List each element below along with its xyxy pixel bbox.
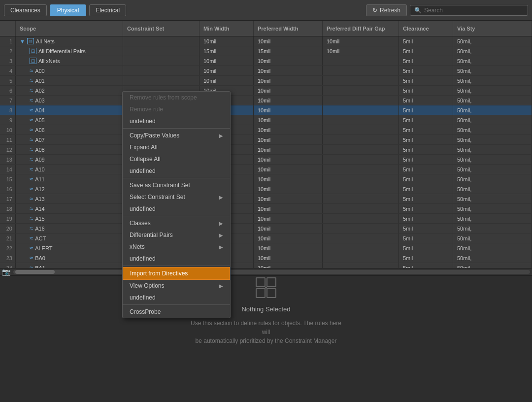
context-menu-item[interactable]: Classes ▶ <box>123 217 230 229</box>
table-row[interactable]: 20 ≈ A16 10mil 10mil 5mil 50mil, <box>0 224 532 234</box>
context-menu-item[interactable]: Expand All <box>123 141 230 153</box>
scope-cell[interactable]: ≈ A01 <box>16 76 123 85</box>
prefdiffpair-cell[interactable] <box>323 155 399 164</box>
clearance-cell[interactable]: 5mil <box>399 86 453 95</box>
scope-cell[interactable]: ≈ A04 <box>16 105 123 115</box>
tab-physical[interactable]: Physical <box>50 4 87 16</box>
prefdiffpair-cell[interactable] <box>323 86 399 95</box>
prefwidth-cell[interactable]: 10mil <box>254 125 323 134</box>
constraint-cell[interactable] <box>123 76 200 85</box>
prefdiffpair-cell[interactable] <box>323 135 399 144</box>
refresh-button[interactable]: ↻ Refresh <box>366 4 407 16</box>
prefwidth-cell[interactable]: 10mil <box>254 115 323 125</box>
prefwidth-cell[interactable]: 10mil <box>254 145 323 154</box>
table-row[interactable]: 23 ≈ BA0 10mil 10mil 5mil 50mil, <box>0 253 532 263</box>
prefdiffpair-cell[interactable] <box>323 234 399 243</box>
constraint-cell[interactable] <box>123 56 200 66</box>
via-cell[interactable]: 50mil, <box>453 184 532 194</box>
prefdiffpair-cell[interactable] <box>323 66 399 75</box>
prefwidth-cell[interactable]: 10mil <box>254 135 323 144</box>
via-cell[interactable]: 50mil, <box>453 115 532 125</box>
scope-cell[interactable]: ≈ A05 <box>16 115 123 125</box>
clearance-cell[interactable]: 5mil <box>399 174 453 184</box>
table-row[interactable]: 8 ≈ A04 10mil 10mil 5mil 50mil, <box>0 105 532 115</box>
prefdiffpair-cell[interactable] <box>323 165 399 174</box>
prefwidth-cell[interactable]: 10mil <box>254 76 323 85</box>
prefdiffpair-cell[interactable] <box>323 174 399 184</box>
via-cell[interactable]: 50mil, <box>453 46 532 56</box>
scope-cell[interactable]: ≈ A10 <box>16 165 123 174</box>
clearance-cell[interactable]: 5mil <box>399 145 453 154</box>
prefwidth-cell[interactable]: 10mil <box>254 165 323 174</box>
prefdiffpair-cell[interactable]: 10mil <box>323 36 399 46</box>
table-row[interactable]: 22 ≈ ALERT 10mil 10mil 5mil 50mil, <box>0 243 532 253</box>
table-row[interactable]: 17 ≈ A13 10mil 10mil 5mil 50mil, <box>0 194 532 204</box>
prefdiffpair-cell[interactable] <box>323 184 399 194</box>
clearance-cell[interactable]: 5mil <box>399 155 453 164</box>
scroll-thumb[interactable] <box>15 270 55 274</box>
table-row[interactable]: 16 ≈ A12 10mil 10mil 5mil 50mil, <box>0 184 532 194</box>
context-menu-item[interactable]: undefined <box>123 115 230 127</box>
table-row[interactable]: 15 ≈ A11 10mil 10mil 5mil 50mil, <box>0 174 532 184</box>
context-menu-item[interactable]: xNets ▶ <box>123 241 230 253</box>
prefdiffpair-cell[interactable] <box>323 105 399 115</box>
table-row[interactable]: 18 ≈ A14 10mil 10mil 5mil 50mil, <box>0 204 532 214</box>
via-cell[interactable]: 50mil, <box>453 194 532 203</box>
prefdiffpair-cell[interactable] <box>323 243 399 253</box>
via-cell[interactable]: 50mil, <box>453 253 532 263</box>
scope-cell[interactable]: ≈ A15 <box>16 214 123 223</box>
clearance-cell[interactable]: 5mil <box>399 165 453 174</box>
prefwidth-cell[interactable]: 10mil <box>254 184 323 194</box>
clearance-cell[interactable]: 5mil <box>399 234 453 243</box>
prefwidth-cell[interactable]: 10mil <box>254 194 323 203</box>
scope-cell[interactable]: ≈ BA0 <box>16 253 123 263</box>
context-menu-item[interactable]: undefined <box>123 165 230 177</box>
via-cell[interactable]: 50mil, <box>453 125 532 134</box>
scope-cell[interactable]: ⊡ All xNets <box>16 56 123 66</box>
prefdiffpair-cell[interactable] <box>323 145 399 154</box>
prefwidth-cell[interactable]: 10mil <box>254 243 323 253</box>
via-cell[interactable]: 50mil, <box>453 174 532 184</box>
via-cell[interactable]: 50mil, <box>453 66 532 75</box>
table-row[interactable]: 11 ≈ A07 10mil 10mil 5mil 50mil, <box>0 135 532 145</box>
scope-cell[interactable]: ≈ BA1 <box>16 263 123 268</box>
scope-cell[interactable]: ≈ A11 <box>16 174 123 184</box>
table-row[interactable]: 4 ≈ A00 10mil 10mil 5mil 50mil, <box>0 66 532 76</box>
scope-cell[interactable]: ≈ ALERT <box>16 243 123 253</box>
minwidth-cell[interactable]: 10mil <box>200 76 254 85</box>
scope-cell[interactable]: ≈ A03 <box>16 96 123 105</box>
table-row[interactable]: 12 ≈ A08 10mil 10mil 5mil 50mil, <box>0 145 532 155</box>
clearance-cell[interactable]: 5mil <box>399 194 453 203</box>
prefwidth-cell[interactable]: 10mil <box>254 56 323 66</box>
table-row[interactable]: 24 ≈ BA1 10mil 10mil 5mil 50mil, <box>0 263 532 268</box>
context-menu-item[interactable]: View Options ▶ <box>123 280 230 292</box>
via-cell[interactable]: 50mil, <box>453 214 532 223</box>
constraint-cell[interactable] <box>123 36 200 46</box>
minwidth-cell[interactable]: 15mil <box>200 46 254 56</box>
scope-cell[interactable]: ≈ A06 <box>16 125 123 134</box>
clearance-cell[interactable]: 5mil <box>399 243 453 253</box>
clearance-cell[interactable]: 5mil <box>399 96 453 105</box>
clearance-cell[interactable]: 5mil <box>399 224 453 233</box>
clearance-cell[interactable]: 5mil <box>399 263 453 268</box>
context-menu-item[interactable]: Save as Constraint Set <box>123 179 230 191</box>
context-menu-item[interactable]: undefined <box>123 292 230 303</box>
clearance-cell[interactable]: 5mil <box>399 76 453 85</box>
prefdiffpair-cell[interactable] <box>323 76 399 85</box>
context-menu-item[interactable]: undefined <box>123 253 230 265</box>
prefwidth-cell[interactable]: 10mil <box>254 174 323 184</box>
context-menu-item[interactable]: Collapse All <box>123 153 230 165</box>
search-input[interactable] <box>424 7 524 14</box>
clearance-cell[interactable]: 5mil <box>399 66 453 75</box>
table-row[interactable]: 6 ≈ A02 10mil 10mil 5mil 50mil, <box>0 86 532 96</box>
tab-electrical[interactable]: Electrical <box>89 4 126 16</box>
scope-cell[interactable]: ≈ A13 <box>16 194 123 203</box>
prefwidth-cell[interactable]: 10mil <box>254 96 323 105</box>
prefdiffpair-cell[interactable] <box>323 204 399 213</box>
prefwidth-cell[interactable]: 10mil <box>254 204 323 213</box>
scope-cell[interactable]: ≈ A08 <box>16 145 123 154</box>
clearance-cell[interactable]: 5mil <box>399 135 453 144</box>
scroll-area[interactable]: 📷 <box>0 268 532 275</box>
via-cell[interactable]: 50mil, <box>453 165 532 174</box>
context-menu-item[interactable]: undefined <box>123 203 230 215</box>
